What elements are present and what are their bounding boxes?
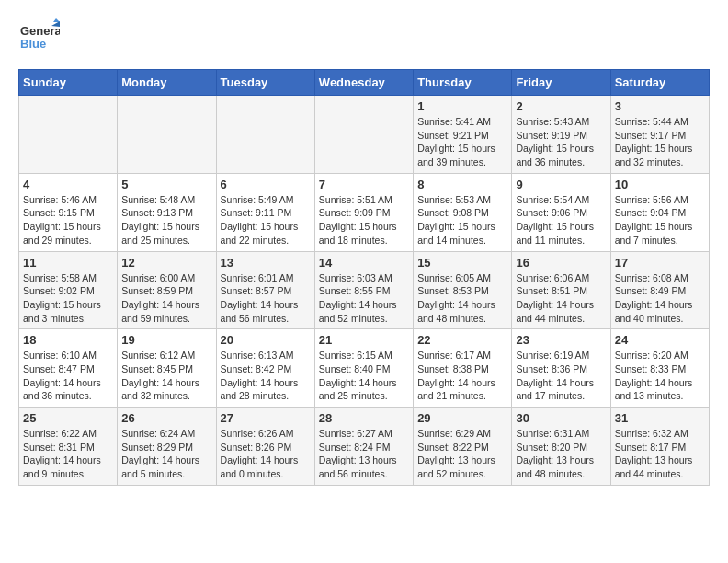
day-number: 8 — [417, 178, 507, 191]
day-info: Sunrise: 6:13 AMSunset: 8:42 PMDaylight:… — [221, 349, 311, 403]
calendar-cell: 25Sunrise: 6:22 AMSunset: 8:31 PMDayligh… — [19, 408, 118, 486]
logo: General Blue — [18, 18, 60, 60]
day-number: 17 — [615, 256, 705, 270]
day-number: 11 — [23, 256, 113, 270]
calendar-cell: 17Sunrise: 6:08 AMSunset: 8:49 PMDayligh… — [610, 251, 709, 329]
day-info: Sunrise: 5:41 AMSunset: 9:21 PMDaylight:… — [417, 115, 507, 169]
day-info: Sunrise: 6:00 AMSunset: 8:59 PMDaylight:… — [121, 271, 211, 326]
day-number: 4 — [23, 178, 113, 191]
day-number: 7 — [319, 178, 409, 191]
header-friday: Friday — [512, 70, 610, 96]
day-info: Sunrise: 6:08 AMSunset: 8:49 PMDaylight:… — [615, 271, 705, 326]
calendar-cell: 24Sunrise: 6:20 AMSunset: 8:33 PMDayligh… — [610, 329, 709, 408]
calendar-cell: 18Sunrise: 6:10 AMSunset: 8:47 PMDayligh… — [19, 329, 118, 408]
week-row-0: 1Sunrise: 5:41 AMSunset: 9:21 PMDaylight… — [19, 96, 710, 174]
day-number: 18 — [23, 333, 113, 347]
calendar-cell: 5Sunrise: 5:48 AMSunset: 9:13 PMDaylight… — [118, 173, 216, 251]
day-info: Sunrise: 5:43 AMSunset: 9:19 PMDaylight:… — [516, 115, 606, 169]
calendar-cell: 3Sunrise: 5:44 AMSunset: 9:17 PMDaylight… — [610, 96, 709, 174]
svg-text:Blue: Blue — [20, 37, 46, 51]
calendar-cell: 20Sunrise: 6:13 AMSunset: 8:42 PMDayligh… — [216, 329, 314, 408]
day-info: Sunrise: 6:26 AMSunset: 8:26 PMDaylight:… — [221, 427, 311, 481]
calendar-cell: 28Sunrise: 6:27 AMSunset: 8:24 PMDayligh… — [314, 408, 413, 486]
header-tuesday: Tuesday — [216, 70, 314, 96]
calendar-cell: 21Sunrise: 6:15 AMSunset: 8:40 PMDayligh… — [314, 329, 413, 408]
day-number: 12 — [121, 256, 211, 270]
header-thursday: Thursday — [414, 70, 512, 96]
day-info: Sunrise: 6:15 AMSunset: 8:40 PMDaylight:… — [319, 349, 409, 403]
calendar-cell: 7Sunrise: 5:51 AMSunset: 9:09 PMDaylight… — [314, 173, 413, 251]
day-info: Sunrise: 5:51 AMSunset: 9:09 PMDaylight:… — [319, 193, 409, 247]
day-number: 16 — [516, 256, 606, 270]
day-number: 27 — [221, 411, 311, 425]
day-number: 9 — [516, 178, 606, 191]
day-number: 15 — [417, 256, 507, 270]
logo-svg: General Blue — [18, 18, 60, 60]
week-row-4: 25Sunrise: 6:22 AMSunset: 8:31 PMDayligh… — [19, 408, 710, 486]
calendar-cell: 13Sunrise: 6:01 AMSunset: 8:57 PMDayligh… — [216, 251, 314, 329]
calendar-cell: 26Sunrise: 6:24 AMSunset: 8:29 PMDayligh… — [118, 408, 216, 486]
day-number: 2 — [516, 99, 606, 113]
day-number: 28 — [319, 411, 409, 425]
day-info: Sunrise: 6:10 AMSunset: 8:47 PMDaylight:… — [23, 349, 113, 403]
day-number: 5 — [121, 178, 211, 191]
day-info: Sunrise: 6:01 AMSunset: 8:57 PMDaylight:… — [221, 271, 311, 326]
day-info: Sunrise: 5:44 AMSunset: 9:17 PMDaylight:… — [615, 115, 705, 169]
calendar-cell — [118, 96, 216, 174]
calendar-cell — [19, 96, 118, 174]
day-number: 3 — [615, 99, 705, 113]
week-row-3: 18Sunrise: 6:10 AMSunset: 8:47 PMDayligh… — [19, 329, 710, 408]
calendar-body: 1Sunrise: 5:41 AMSunset: 9:21 PMDaylight… — [19, 96, 710, 486]
day-info: Sunrise: 5:54 AMSunset: 9:06 PMDaylight:… — [516, 193, 606, 247]
day-info: Sunrise: 6:12 AMSunset: 8:45 PMDaylight:… — [121, 349, 211, 403]
day-number: 22 — [417, 333, 507, 347]
header-wednesday: Wednesday — [314, 70, 413, 96]
day-number: 1 — [417, 99, 507, 113]
calendar-cell: 12Sunrise: 6:00 AMSunset: 8:59 PMDayligh… — [118, 251, 216, 329]
day-info: Sunrise: 6:03 AMSunset: 8:55 PMDaylight:… — [319, 271, 409, 326]
calendar-cell: 14Sunrise: 6:03 AMSunset: 8:55 PMDayligh… — [314, 251, 413, 329]
calendar-cell: 31Sunrise: 6:32 AMSunset: 8:17 PMDayligh… — [610, 408, 709, 486]
svg-marker-2 — [53, 18, 60, 22]
day-info: Sunrise: 5:48 AMSunset: 9:13 PMDaylight:… — [121, 193, 211, 247]
day-number: 10 — [615, 178, 705, 191]
week-row-1: 4Sunrise: 5:46 AMSunset: 9:15 PMDaylight… — [19, 173, 710, 251]
calendar-cell: 27Sunrise: 6:26 AMSunset: 8:26 PMDayligh… — [216, 408, 314, 486]
header-sunday: Sunday — [19, 70, 118, 96]
day-number: 29 — [417, 411, 507, 425]
calendar-cell — [314, 96, 413, 174]
header-monday: Monday — [118, 70, 216, 96]
day-info: Sunrise: 5:53 AMSunset: 9:08 PMDaylight:… — [417, 193, 507, 247]
header: General Blue — [18, 18, 710, 60]
day-info: Sunrise: 6:20 AMSunset: 8:33 PMDaylight:… — [615, 349, 705, 403]
day-number: 31 — [615, 411, 705, 425]
day-info: Sunrise: 6:29 AMSunset: 8:22 PMDaylight:… — [417, 427, 507, 481]
header-row: SundayMondayTuesdayWednesdayThursdayFrid… — [19, 70, 710, 96]
calendar-cell: 6Sunrise: 5:49 AMSunset: 9:11 PMDaylight… — [216, 173, 314, 251]
day-info: Sunrise: 6:27 AMSunset: 8:24 PMDaylight:… — [319, 427, 409, 481]
calendar-cell: 9Sunrise: 5:54 AMSunset: 9:06 PMDaylight… — [512, 173, 610, 251]
day-info: Sunrise: 6:22 AMSunset: 8:31 PMDaylight:… — [23, 427, 113, 481]
header-saturday: Saturday — [610, 70, 709, 96]
day-number: 6 — [221, 178, 311, 191]
day-info: Sunrise: 5:58 AMSunset: 9:02 PMDaylight:… — [23, 271, 113, 326]
day-number: 26 — [121, 411, 211, 425]
day-info: Sunrise: 6:24 AMSunset: 8:29 PMDaylight:… — [121, 427, 211, 481]
day-number: 23 — [516, 333, 606, 347]
day-number: 20 — [221, 333, 311, 347]
calendar-cell: 10Sunrise: 5:56 AMSunset: 9:04 PMDayligh… — [610, 173, 709, 251]
calendar-cell: 23Sunrise: 6:19 AMSunset: 8:36 PMDayligh… — [512, 329, 610, 408]
day-number: 21 — [319, 333, 409, 347]
calendar-cell: 19Sunrise: 6:12 AMSunset: 8:45 PMDayligh… — [118, 329, 216, 408]
calendar-cell: 29Sunrise: 6:29 AMSunset: 8:22 PMDayligh… — [414, 408, 512, 486]
calendar-cell: 16Sunrise: 6:06 AMSunset: 8:51 PMDayligh… — [512, 251, 610, 329]
calendar-cell: 30Sunrise: 6:31 AMSunset: 8:20 PMDayligh… — [512, 408, 610, 486]
calendar-header: SundayMondayTuesdayWednesdayThursdayFrid… — [19, 70, 710, 96]
calendar-cell — [216, 96, 314, 174]
calendar-cell: 1Sunrise: 5:41 AMSunset: 9:21 PMDaylight… — [414, 96, 512, 174]
day-number: 25 — [23, 411, 113, 425]
day-info: Sunrise: 5:49 AMSunset: 9:11 PMDaylight:… — [221, 193, 311, 247]
day-number: 14 — [319, 256, 409, 270]
calendar-table: SundayMondayTuesdayWednesdayThursdayFrid… — [18, 69, 710, 486]
day-info: Sunrise: 6:32 AMSunset: 8:17 PMDaylight:… — [615, 427, 705, 481]
